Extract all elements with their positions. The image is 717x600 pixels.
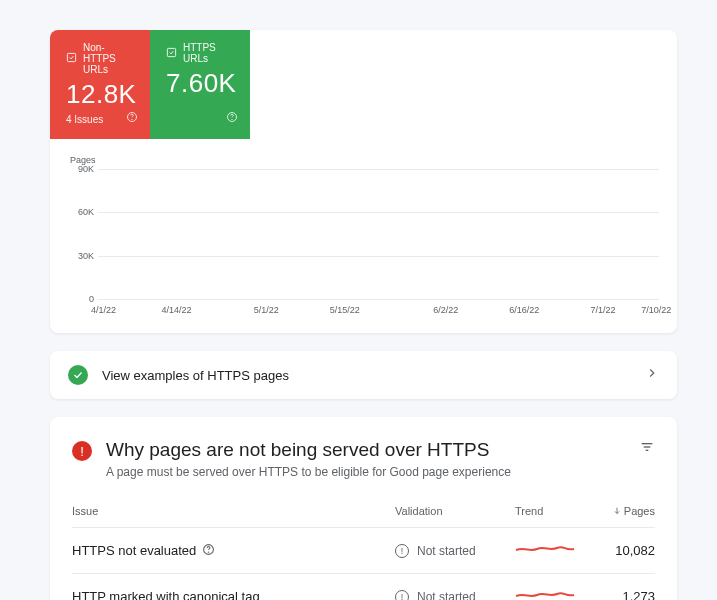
bar-columns (98, 169, 659, 299)
x-tick-label: 6/16/22 (509, 305, 539, 315)
checkbox-icon (66, 52, 77, 65)
y-axis: 030K60K90K (68, 169, 96, 299)
view-examples-label: View examples of HTTPS pages (102, 368, 631, 383)
y-tick-label: 30K (78, 251, 94, 261)
col-validation-header: Validation (395, 505, 515, 517)
x-tick-label: 4/14/22 (162, 305, 192, 315)
why-not-https-panel: ! Why pages are not being served over HT… (50, 417, 677, 600)
col-trend-header: Trend (515, 505, 595, 517)
issues-table-header: Issue Validation Trend Pages (72, 505, 655, 527)
issue-name: HTTPS not evaluated (72, 543, 196, 558)
trend-sparkline (515, 588, 575, 600)
y-tick-label: 60K (78, 207, 94, 217)
help-icon[interactable] (126, 109, 138, 127)
col-issue-header: Issue (72, 505, 395, 517)
card-non-https-sub: 4 Issues (66, 114, 134, 125)
x-tick-label: 6/2/22 (433, 305, 458, 315)
pages-count: 10,082 (595, 543, 655, 558)
why-subtitle: A page must be served over HTTPS to be e… (106, 465, 625, 479)
card-non-https[interactable]: Non-HTTPS URLs 12.8K 4 Issues (50, 30, 150, 139)
validation-status: !Not started (395, 590, 515, 601)
table-row[interactable]: HTTP marked with canonical tag!Not start… (72, 573, 655, 600)
why-title: Why pages are not being served over HTTP… (106, 439, 625, 461)
y-tick-label: 0 (89, 294, 94, 304)
alert-icon: ! (72, 441, 92, 461)
x-tick-label: 7/1/22 (590, 305, 615, 315)
card-https[interactable]: HTTPS URLs 7.60K (150, 30, 250, 139)
stacked-bar-chart: Pages 030K60K90K 4/1/224/14/225/1/225/15… (50, 139, 677, 333)
issue-name: HTTP marked with canonical tag (72, 589, 260, 600)
filter-icon[interactable] (639, 439, 655, 459)
trend-sparkline (515, 542, 575, 556)
svg-point-10 (209, 551, 210, 552)
svg-point-5 (232, 119, 233, 120)
https-summary-panel: Non-HTTPS URLs 12.8K 4 Issues HTTPS URLs… (50, 30, 677, 333)
x-tick-label: 5/1/22 (254, 305, 279, 315)
chevron-right-icon (645, 366, 659, 384)
validation-status: !Not started (395, 544, 515, 558)
check-circle-icon (68, 365, 88, 385)
col-pages-header[interactable]: Pages (595, 505, 655, 517)
info-circle-icon: ! (395, 590, 409, 601)
card-non-https-value: 12.8K (66, 79, 134, 110)
x-tick-label: 4/1/22 (91, 305, 116, 315)
svg-rect-3 (167, 48, 175, 56)
info-circle-icon: ! (395, 544, 409, 558)
view-examples-row[interactable]: View examples of HTTPS pages (50, 351, 677, 399)
x-axis: 4/1/224/14/225/1/225/15/226/2/226/16/227… (98, 305, 659, 317)
pages-count: 1,273 (595, 589, 655, 600)
issues-table-body: HTTPS not evaluated!Not started10,082HTT… (72, 527, 655, 600)
card-https-value: 7.60K (166, 68, 234, 99)
help-icon[interactable] (226, 109, 238, 127)
summary-cards: Non-HTTPS URLs 12.8K 4 Issues HTTPS URLs… (50, 30, 677, 139)
table-row[interactable]: HTTPS not evaluated!Not started10,082 (72, 527, 655, 573)
checkbox-icon (166, 47, 177, 60)
card-https-label: HTTPS URLs (183, 42, 234, 64)
x-tick-label: 5/15/22 (330, 305, 360, 315)
x-tick-label: 7/10/22 (641, 305, 671, 315)
sort-desc-icon (612, 506, 622, 516)
card-non-https-label: Non-HTTPS URLs (83, 42, 134, 75)
help-icon[interactable] (202, 543, 215, 559)
svg-rect-0 (67, 53, 75, 61)
y-tick-label: 90K (78, 164, 94, 174)
svg-point-2 (132, 119, 133, 120)
